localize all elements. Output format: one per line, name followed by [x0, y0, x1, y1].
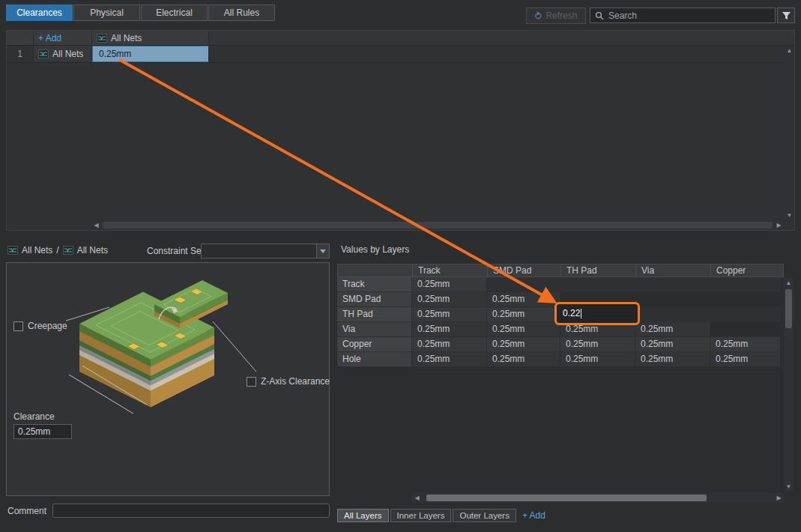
scroll-down-icon[interactable]: ▼: [784, 482, 794, 492]
comment-label: Comment: [7, 506, 46, 516]
constraint-set-dropdown[interactable]: [201, 244, 330, 259]
scroll-right-icon[interactable]: ▶: [774, 493, 784, 503]
rule-clearance-cell-selected[interactable]: 0.25mm: [92, 46, 209, 62]
rules-grid-hscrollbar[interactable]: ◀ ▶: [91, 220, 784, 230]
matrix-cell: [487, 277, 560, 292]
net-icon: [7, 246, 18, 255]
values-table-vscrollbar[interactable]: ▲ ▼: [784, 278, 794, 492]
scrollbar-thumb[interactable]: [426, 495, 707, 501]
rule-row: 1 All Nets 0.25mm: [7, 46, 794, 63]
values-table-hscrollbar[interactable]: ◀ ▶: [412, 493, 784, 503]
scrollbar-thumb[interactable]: [785, 289, 792, 328]
matrix-cell[interactable]: 0.25mm: [560, 352, 635, 367]
matrix-cell[interactable]: 0.25mm: [412, 277, 487, 292]
matrix-cell[interactable]: 0.25mm: [412, 292, 487, 307]
matrix-cell[interactable]: 0.25mm: [635, 337, 710, 352]
matrix-cell[interactable]: 0.25mm: [487, 352, 560, 367]
search-box: [590, 7, 776, 23]
tab-inner-layers[interactable]: Inner Layers: [390, 509, 452, 522]
matrix-row-hole: Hole 0.25mm 0.25mm 0.25mm 0.25mm 0.25mm: [337, 352, 784, 367]
tab-all-layers[interactable]: All Layers: [337, 509, 389, 522]
matrix-cell[interactable]: 0.25mm: [487, 322, 560, 337]
dropdown-button[interactable]: [316, 244, 329, 258]
text-caret: [581, 309, 581, 318]
matrix-cell[interactable]: 0.25mm: [710, 337, 781, 352]
rule-net-label: All Nets: [52, 49, 83, 59]
values-by-layers-header: Track SMD Pad TH Pad Via Copper: [337, 264, 784, 277]
matrix-cell[interactable]: 0.25mm: [710, 352, 781, 367]
scrollbar-track: [784, 288, 794, 482]
tab-physical[interactable]: Physical: [73, 4, 140, 21]
matrix-cell[interactable]: 0.25mm: [412, 352, 487, 367]
row-header: Copper: [337, 337, 412, 352]
matrix-cell[interactable]: 0.25mm: [487, 292, 560, 307]
net-icon: [97, 34, 107, 43]
matrix-cell[interactable]: 0.25mm: [487, 337, 560, 352]
matrix-cell[interactable]: 0.25mm: [412, 337, 487, 352]
refresh-icon: ⥁: [535, 11, 542, 21]
search-icon: [595, 11, 604, 20]
edit-value: 0.22: [563, 306, 580, 321]
layer-scope-tabs: All Layers Inner Layers Outer Layers + A…: [337, 509, 550, 522]
rules-grid-corner: [7, 31, 34, 45]
selected-rule-nets: All Nets / All Nets: [7, 244, 108, 257]
tab-electrical[interactable]: Electrical: [141, 4, 208, 21]
scroll-up-icon[interactable]: ▲: [784, 278, 794, 288]
matrix-cell[interactable]: 0.25mm: [560, 337, 635, 352]
values-by-layers-table: Track SMD Pad TH Pad Via Copper Track 0.…: [337, 264, 784, 367]
scroll-right-icon[interactable]: ▶: [774, 220, 784, 230]
clearance-input[interactable]: [13, 424, 72, 439]
pcb-rules-panel: Clearances Physical Electrical All Rules…: [0, 0, 801, 532]
net-icon: [63, 246, 73, 255]
scrollbar-thumb[interactable]: [103, 222, 773, 229]
refresh-button[interactable]: ⥁ Refresh: [526, 7, 586, 24]
rule-category-tabs: Clearances Physical Electrical All Rules: [6, 4, 275, 21]
zaxis-clearance-option: Z-Axis Clearance: [247, 376, 330, 387]
net-column-header[interactable]: All Nets: [92, 31, 209, 45]
scroll-down-icon[interactable]: ▼: [785, 211, 794, 220]
matrix-cell: [635, 292, 710, 307]
scroll-left-icon[interactable]: ◀: [91, 220, 101, 230]
tab-all-rules[interactable]: All Rules: [208, 4, 275, 21]
refresh-label: Refresh: [545, 10, 577, 21]
matrix-cell[interactable]: 0.25mm: [635, 352, 710, 367]
pcb-stackup-illustration: [64, 279, 265, 451]
scroll-left-icon[interactable]: ◀: [412, 493, 422, 503]
column-header-th-pad: TH Pad: [561, 265, 636, 276]
filter-button[interactable]: [777, 7, 795, 23]
net-to-label: All Nets: [77, 245, 108, 256]
row-header: Hole: [337, 352, 412, 367]
zaxis-clearance-label: Z-Axis Clearance: [261, 376, 330, 387]
search-input[interactable]: [608, 10, 770, 21]
row-header: TH Pad: [337, 307, 412, 322]
zaxis-clearance-checkbox[interactable]: [247, 377, 256, 387]
matrix-cell-editing[interactable]: 0.22: [560, 307, 635, 322]
rules-grid-vscrollbar[interactable]: ▲ ▼: [785, 46, 794, 220]
add-rule-label: + Add: [38, 33, 61, 43]
creepage-option: Creepage: [13, 321, 67, 331]
creepage-checkbox[interactable]: [13, 321, 23, 331]
row-header: Track: [337, 277, 412, 292]
matrix-corner-header: [338, 265, 413, 276]
row-number[interactable]: 1: [7, 46, 34, 62]
matrix-cell[interactable]: 0.25mm: [635, 322, 710, 337]
scrollbar-track: [785, 55, 794, 211]
rule-net-cell[interactable]: All Nets: [34, 46, 92, 62]
matrix-cell[interactable]: 0.25mm: [412, 307, 487, 322]
tab-outer-layers[interactable]: Outer Layers: [453, 509, 516, 522]
add-rule-column-header[interactable]: + Add: [34, 31, 92, 45]
constraint-set-value: [202, 244, 316, 258]
values-by-layers-title: Values by Layers: [341, 244, 409, 255]
comment-row: Comment: [7, 504, 330, 518]
scroll-up-icon[interactable]: ▲: [785, 46, 794, 55]
filter-funnel-icon: [782, 11, 791, 20]
matrix-row-copper: Copper 0.25mm 0.25mm 0.25mm 0.25mm 0.25m…: [337, 337, 784, 352]
comment-input[interactable]: [52, 504, 330, 518]
th-pad-edit-input[interactable]: 0.22: [554, 302, 640, 325]
row-header: Via: [337, 322, 412, 337]
tab-clearances[interactable]: Clearances: [6, 4, 73, 21]
add-layer-tab-button[interactable]: + Add: [518, 510, 550, 521]
matrix-cell[interactable]: 0.25mm: [412, 322, 487, 337]
matrix-cell: [710, 277, 781, 292]
matrix-cell[interactable]: 0.25mm: [487, 307, 560, 322]
